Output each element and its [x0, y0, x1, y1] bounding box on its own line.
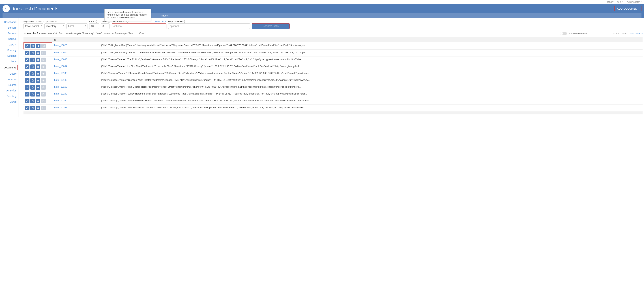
sidebar-item-buckets[interactable]: Buckets [6, 32, 18, 35]
sidebar-item-servers[interactable]: Servers [7, 26, 18, 30]
edit-button[interactable] [25, 78, 30, 83]
collection-select[interactable]: hotel [66, 23, 88, 29]
show-range-link[interactable]: show range [155, 20, 166, 23]
sidebar-item-dashboard[interactable]: Dashboard [3, 20, 18, 24]
keyspace-label: Keyspace bucket.scope.collection [24, 20, 88, 23]
delete-button[interactable] [36, 85, 40, 90]
copy-button[interactable] [30, 85, 35, 90]
copy-button[interactable] [30, 51, 35, 55]
copy-button[interactable] [30, 78, 35, 83]
delete-button[interactable] [36, 92, 40, 96]
save-button[interactable] [41, 78, 46, 83]
info-icon[interactable]: i [95, 21, 98, 23]
save-button[interactable] [41, 85, 46, 90]
admin-link[interactable]: Administrator ▼ [627, 1, 642, 3]
retrieve-docs-button[interactable]: Retrieve Docs [252, 23, 290, 29]
doc-id-link[interactable]: hotel_10158 [54, 85, 67, 88]
limit-input[interactable] [89, 23, 99, 29]
next-batch-link[interactable]: next batch > [630, 32, 642, 35]
edit-button[interactable] [25, 44, 30, 48]
doc-id-link[interactable]: hotel_10142 [54, 79, 67, 81]
doc-json: {"title":"Gillingham (Kent)","name":"The… [100, 50, 642, 56]
sidebar-item-documents[interactable]: Documents [2, 65, 18, 70]
sidebar-item-indexes[interactable]: Indexes [6, 77, 18, 81]
save-button[interactable] [41, 64, 46, 69]
edit-button[interactable] [25, 85, 30, 90]
sidebar-item-query[interactable]: Query [8, 72, 18, 76]
doc-id-link[interactable]: hotel_10161 [54, 106, 67, 109]
page-title: docs-test›Documents [12, 6, 58, 12]
copy-button[interactable] [30, 106, 35, 110]
table-row: hotel_10063{"title":"Giverny","name":"Th… [24, 57, 642, 63]
doc-json: {"title":"Giverny","name":"Le Clos Fleur… [100, 63, 642, 70]
subtab-import[interactable]: Import [161, 14, 168, 17]
save-button[interactable] [41, 106, 46, 110]
save-button[interactable] [41, 58, 46, 62]
save-button[interactable] [41, 51, 46, 55]
doc-json: {"title":"Glasgow","name":"Glasgow Grand… [100, 70, 642, 77]
doc-json: {"title":"Glossop","name":"Avondale Gues… [100, 98, 642, 104]
activity-link[interactable]: activity [607, 1, 614, 3]
delete-button[interactable] [36, 58, 40, 62]
save-button[interactable] [41, 92, 46, 96]
doc-id-link[interactable]: hotel_10138 [54, 72, 67, 74]
copy-button[interactable] [30, 99, 35, 103]
sidebar-item-analytics[interactable]: Analytics [5, 89, 18, 92]
table-row: hotel_10158{"title":"Glossop","name":"Th… [24, 84, 642, 91]
delete-button[interactable] [36, 106, 40, 110]
copy-button[interactable] [30, 58, 35, 62]
delete-button[interactable] [36, 44, 40, 48]
batch-nav: < prev batch | next batch > [614, 32, 642, 35]
save-button[interactable] [41, 99, 46, 103]
edit-button[interactable] [25, 99, 30, 103]
add-document-button[interactable]: ADD DOCUMENT [614, 6, 642, 12]
sidebar-item-backup[interactable]: Backup [7, 37, 18, 41]
table-footer-bar [24, 112, 642, 114]
doc-id-link[interactable]: hotel_10160 [54, 99, 67, 102]
edit-button[interactable] [25, 106, 30, 110]
row-actions [24, 84, 52, 91]
edit-button[interactable] [25, 92, 30, 96]
edit-button[interactable] [25, 71, 30, 76]
help-link[interactable]: help ▼ [617, 1, 624, 3]
copy-button[interactable] [30, 44, 35, 48]
sidebar-item-security[interactable]: Security [6, 48, 18, 52]
delete-button[interactable] [36, 64, 40, 69]
save-button[interactable] [41, 71, 46, 76]
copy-button[interactable] [30, 64, 35, 69]
main-content: Keyspace bucket.scope.collection travel-… [18, 18, 644, 117]
sidebar-item-search[interactable]: Search [8, 83, 18, 87]
docid-tooltip: Find a specific document, specify a rang… [104, 9, 151, 21]
edit-button[interactable] [25, 64, 30, 69]
doc-json: {"title":"Glossop","name":"The George Ho… [100, 84, 642, 91]
delete-button[interactable] [36, 78, 40, 83]
edit-button[interactable] [25, 51, 30, 55]
delete-button[interactable] [36, 71, 40, 76]
info-icon[interactable]: i [183, 21, 186, 23]
sidebar-item-eventing[interactable]: Eventing [6, 94, 18, 98]
delete-button[interactable] [36, 51, 40, 55]
row-actions [24, 91, 52, 98]
sidebar-item-xdcr[interactable]: XDCR [8, 43, 18, 46]
sidebar-item-logs[interactable]: Logs [10, 60, 18, 63]
doc-id-link[interactable]: hotel_10063 [54, 58, 67, 61]
delete-button[interactable] [36, 99, 40, 103]
where-label: N1QL WHERE i [168, 20, 250, 23]
sidebar-item-settings[interactable]: Settings [6, 54, 18, 58]
where-input[interactable] [168, 23, 250, 29]
scope-select[interactable]: inventory [44, 23, 66, 29]
doc-id-link[interactable]: hotel_10025 [54, 44, 67, 47]
subtabs: Workbench Import [2, 14, 642, 18]
bucket-select[interactable]: travel-sample [24, 23, 43, 29]
sidebar-item-views[interactable]: Views [9, 100, 18, 104]
document-id-input[interactable] [112, 23, 166, 29]
edit-button[interactable] [25, 58, 30, 62]
copy-button[interactable] [30, 92, 35, 96]
enable-field-editing-toggle[interactable] [560, 32, 567, 35]
doc-id-link[interactable]: hotel_10159 [54, 92, 67, 95]
offset-input[interactable] [101, 23, 110, 29]
doc-id-link[interactable]: hotel_10026 [54, 51, 67, 54]
save-button[interactable] [42, 44, 46, 48]
doc-id-link[interactable]: hotel_10064 [54, 65, 67, 68]
copy-button[interactable] [30, 71, 35, 76]
